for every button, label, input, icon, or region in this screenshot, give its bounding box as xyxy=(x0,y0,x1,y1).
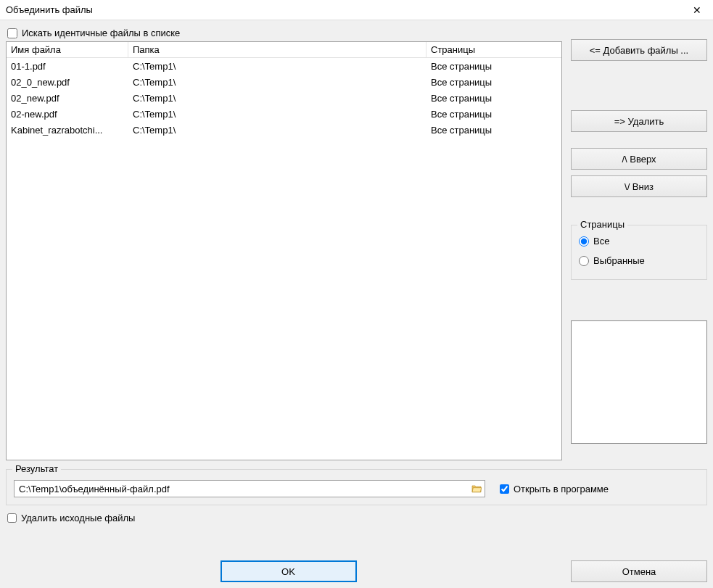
open-in-program-checkbox[interactable] xyxy=(500,484,509,494)
cell-folder: C:\Temp1\ xyxy=(128,74,426,90)
preview-box xyxy=(571,320,707,444)
footer: OK Отмена xyxy=(0,560,713,582)
result-group: Результат Открыть в программе xyxy=(6,469,707,505)
side-panel: <= Добавить файлы ... => Удалить /\ Ввер… xyxy=(571,26,707,444)
cell-pages: Все страницы xyxy=(426,122,561,138)
cell-folder: C:\Temp1\ xyxy=(128,106,426,122)
add-files-button[interactable]: <= Добавить файлы ... xyxy=(571,39,707,61)
delete-source-row[interactable]: Удалить исходные файлы xyxy=(6,513,707,523)
cell-name: 02_new.pdf xyxy=(7,90,128,106)
cell-name: 02-new.pdf xyxy=(7,106,128,122)
titlebar: Объединить файлы ✕ xyxy=(0,0,713,20)
move-up-button[interactable]: /\ Вверх xyxy=(571,148,707,170)
search-identical-checkbox[interactable] xyxy=(7,28,17,38)
pages-legend: Страницы xyxy=(577,219,627,230)
pages-group: Страницы Все Выбранные xyxy=(571,225,707,280)
close-button[interactable]: ✕ xyxy=(681,0,713,20)
client-area: Искать идентичные файлы в списке Имя фай… xyxy=(0,20,713,588)
table-row[interactable]: 01-1.pdfC:\Temp1\Все страницы xyxy=(7,58,561,74)
result-path-input[interactable] xyxy=(14,480,485,497)
cell-folder: C:\Temp1\ xyxy=(128,90,426,106)
header-pages[interactable]: Страницы xyxy=(426,42,561,57)
delete-source-label: Удалить исходные файлы xyxy=(21,513,135,523)
table-row[interactable]: 02_0_new.pdfC:\Temp1\Все страницы xyxy=(7,74,561,90)
cell-name: Kabinet_razrabotchi... xyxy=(7,122,128,138)
table-body: 01-1.pdfC:\Temp1\Все страницы02_0_new.pd… xyxy=(7,58,561,138)
cell-pages: Все страницы xyxy=(426,90,561,106)
window-title: Объединить файлы xyxy=(6,4,93,15)
result-input-wrap xyxy=(14,480,485,497)
cell-folder: C:\Temp1\ xyxy=(128,122,426,138)
pages-selected-radio-row[interactable]: Выбранные xyxy=(579,251,699,270)
cell-pages: Все страницы xyxy=(426,74,561,90)
pages-all-label: Все xyxy=(593,236,609,247)
result-legend: Результат xyxy=(12,463,61,474)
search-identical-label: Искать идентичные файлы в списке xyxy=(22,28,180,38)
pages-all-radio-row[interactable]: Все xyxy=(579,231,699,251)
pages-all-radio[interactable] xyxy=(579,236,589,247)
table-row[interactable]: 02-new.pdfC:\Temp1\Все страницы xyxy=(7,106,561,122)
table-row[interactable]: Kabinet_razrabotchi...C:\Temp1\Все стран… xyxy=(7,122,561,138)
file-table[interactable]: Имя файла Папка Страницы 01-1.pdfC:\Temp… xyxy=(6,41,562,460)
folder-open-icon xyxy=(471,483,482,494)
cell-pages: Все страницы xyxy=(426,58,561,74)
cell-name: 01-1.pdf xyxy=(7,58,128,74)
ok-button[interactable]: OK xyxy=(221,560,357,582)
cell-folder: C:\Temp1\ xyxy=(128,58,426,74)
search-identical-checkbox-row[interactable]: Искать идентичные файлы в списке xyxy=(6,26,562,41)
pages-selected-label: Выбранные xyxy=(593,255,645,266)
delete-source-checkbox[interactable] xyxy=(7,513,17,523)
cancel-button[interactable]: Отмена xyxy=(571,560,707,582)
close-icon: ✕ xyxy=(693,4,701,16)
cell-pages: Все страницы xyxy=(426,106,561,122)
open-in-program-row[interactable]: Открыть в программе xyxy=(500,484,609,494)
open-in-program-label: Открыть в программе xyxy=(514,484,609,494)
browse-folder-icon[interactable] xyxy=(470,482,483,495)
pages-selected-radio[interactable] xyxy=(579,256,589,266)
move-down-button[interactable]: \/ Вниз xyxy=(571,175,707,197)
table-header: Имя файла Папка Страницы xyxy=(7,42,561,58)
table-row[interactable]: 02_new.pdfC:\Temp1\Все страницы xyxy=(7,90,561,106)
cell-name: 02_0_new.pdf xyxy=(7,74,128,90)
header-name[interactable]: Имя файла xyxy=(7,42,128,57)
header-folder[interactable]: Папка xyxy=(128,42,426,57)
remove-button[interactable]: => Удалить xyxy=(571,110,707,132)
